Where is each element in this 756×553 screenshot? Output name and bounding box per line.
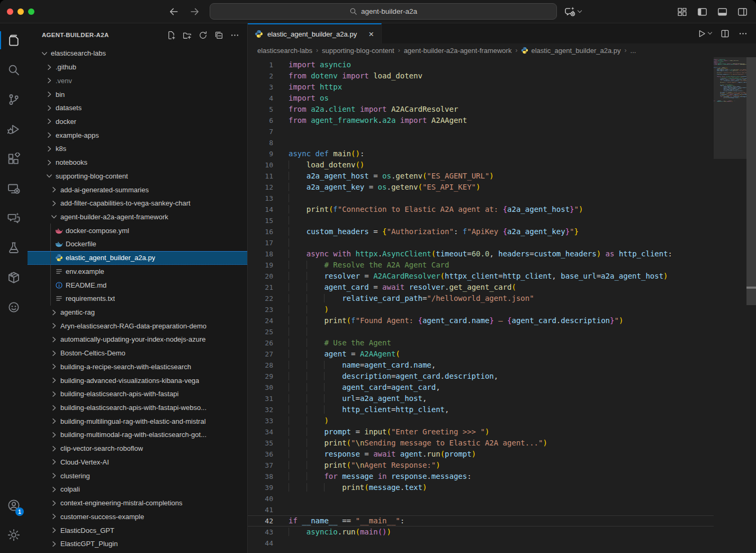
tree-folder-clustering[interactable]: clustering bbox=[28, 469, 247, 483]
code-line-23[interactable]: 23 ) bbox=[248, 304, 714, 315]
code-line-32[interactable]: 32 http_client=http_client, bbox=[248, 404, 714, 415]
activity-bar-item-remote[interactable] bbox=[0, 174, 28, 203]
scrollbar-thumb[interactable] bbox=[746, 57, 756, 305]
tree-file-requirements-txt[interactable]: requirements.txt bbox=[28, 292, 247, 306]
activity-bar-item-copilot-extra[interactable] bbox=[0, 292, 28, 322]
activity-bar-item-chat[interactable] bbox=[0, 203, 28, 233]
refresh-explorer-button[interactable] bbox=[199, 31, 208, 40]
code-line-36[interactable]: 36 response = await agent.run(prompt) bbox=[248, 449, 714, 460]
code-line-33[interactable]: 33 ) bbox=[248, 415, 714, 426]
breadcrumb-item[interactable]: elasticsearch-labs bbox=[257, 47, 312, 55]
toggle-panel-button[interactable] bbox=[717, 7, 727, 17]
activity-bar-item-explorer[interactable] bbox=[0, 25, 28, 55]
code-line-24[interactable]: 24 print(f"Found Agent: {agent_card.name… bbox=[248, 315, 714, 326]
tree-folder-building-multilingual-rag-with-elastic-and-mistral[interactable]: building-multilingual-rag-with-elastic-a… bbox=[28, 414, 247, 428]
tree-folder-customer-success-example[interactable]: customer-success-example bbox=[28, 510, 247, 523]
code-line-14[interactable]: 14 print(f"Connection to Elastic A2A age… bbox=[248, 204, 714, 215]
activity-bar-item-extensions[interactable] bbox=[0, 144, 28, 174]
tree-file-elastic-agent-builder-a2a-py[interactable]: elastic_agent_builder_a2a.py bbox=[28, 251, 247, 265]
code-line-6[interactable]: 6from agent_framework.a2a import A2AAgen… bbox=[248, 115, 714, 126]
code-line-22[interactable]: 22 relative_card_path="/helloworld_agent… bbox=[248, 293, 714, 304]
code-line-27[interactable]: 27 agent = A2AAgent( bbox=[248, 349, 714, 360]
back-button[interactable] bbox=[168, 6, 179, 17]
code-line-30[interactable]: 30 agent_card=agent_card, bbox=[248, 382, 714, 393]
tree-folder-supporting-blog-content[interactable]: supporting-blog-content bbox=[28, 169, 247, 183]
minimize-window-button[interactable] bbox=[17, 8, 24, 15]
code-line-8[interactable]: 8 bbox=[248, 137, 714, 148]
tree-folder-context-engineering-mistral-completions[interactable]: context-engineering-mistral-completions bbox=[28, 496, 247, 510]
tree-folder-add-filter-capabilities-to-vega-sankey-chart[interactable]: add-filter-capabilities-to-vega-sankey-c… bbox=[28, 197, 247, 210]
code-line-20[interactable]: 20 resolver = A2ACardResolver(httpx_clie… bbox=[248, 271, 714, 282]
toggle-primary-sidebar-button[interactable] bbox=[697, 7, 707, 17]
activity-bar-item-run-debug[interactable] bbox=[0, 114, 28, 144]
code-line-21[interactable]: 21 agent_card = await resolver.get_agent… bbox=[248, 282, 714, 293]
code-line-39[interactable]: 39 print(message.text) bbox=[248, 482, 714, 493]
tree-folder--github[interactable]: .github bbox=[28, 60, 247, 74]
code-line-26[interactable]: 26 # Use the Agent bbox=[248, 337, 714, 349]
tree-folder-aryn-elasticsearch-rag-data-preparation-demo[interactable]: Aryn-elasticsearch-RAG-data-preparation-… bbox=[28, 319, 247, 333]
tree-folder-elasticgpt-plugin[interactable]: ElasticGPT_Plugin bbox=[28, 537, 247, 551]
activity-bar-item-testing[interactable] bbox=[0, 233, 28, 263]
tree-folder-add-ai-generated-summaries[interactable]: add-ai-generated-summaries bbox=[28, 183, 247, 197]
tree-folder-clip-vector-search-roboflow[interactable]: clip-vector-search-roboflow bbox=[28, 442, 247, 456]
copilot-menu[interactable] bbox=[564, 0, 581, 23]
code-line-15[interactable]: 15 bbox=[248, 215, 714, 226]
code-line-34[interactable]: 34 prompt = input("Enter Greeting >>> ") bbox=[248, 426, 714, 438]
code-line-1[interactable]: 1import asyncio bbox=[248, 59, 714, 70]
code-line-11[interactable]: 11 a2a_agent_host = os.getenv("ES_AGENT_… bbox=[248, 171, 714, 182]
tree-folder-elasticsearch-labs[interactable]: elasticsearch-labs bbox=[28, 47, 247, 60]
code-line-19[interactable]: 19 # Resolve the A2A Agent Card bbox=[248, 260, 714, 271]
tree-folder-agent-builder-a2a-agent-framework[interactable]: agent-builder-a2a-agent-framework bbox=[28, 210, 247, 224]
tree-folder-example-apps[interactable]: example-apps bbox=[28, 128, 247, 142]
editor-scrollbar[interactable] bbox=[746, 57, 756, 553]
toggle-secondary-sidebar-button[interactable] bbox=[737, 7, 748, 17]
tree-folder-elasticdocs-gpt[interactable]: ElasticDocs_GPT bbox=[28, 523, 247, 537]
tree-file-docker-compose-yml[interactable]: docker-compose.yml bbox=[28, 224, 247, 237]
code-line-5[interactable]: 5from a2a.client import A2ACardResolver bbox=[248, 104, 714, 115]
breadcrumb-item[interactable]: agent-builder-a2a-agent-framework bbox=[404, 47, 512, 55]
tree-folder-cloud-vertex-ai[interactable]: Cloud-Vertex-AI bbox=[28, 456, 247, 469]
tree-folder-notebooks[interactable]: notebooks bbox=[28, 156, 247, 170]
collapse-folders-button[interactable] bbox=[214, 31, 223, 40]
code-line-2[interactable]: 2from dotenv import load_dotenv bbox=[248, 70, 714, 82]
tree-folder--venv[interactable]: .venv bbox=[28, 74, 247, 87]
code-line-3[interactable]: 3import httpx bbox=[248, 82, 714, 93]
tree-file-dockerfile[interactable]: Dockerfile bbox=[28, 237, 247, 251]
code-line-37[interactable]: 37 print("\nAgent Response:") bbox=[248, 460, 714, 471]
code-line-28[interactable]: 28 name=agent_card.name, bbox=[248, 360, 714, 371]
code-lines[interactable]: 1import asyncio2from dotenv import load_… bbox=[248, 57, 714, 553]
close-window-button[interactable] bbox=[7, 8, 13, 15]
breadcrumb-item[interactable]: ... bbox=[631, 47, 636, 55]
code-line-43[interactable]: 43 asyncio.run(main()) bbox=[248, 527, 714, 538]
tree-folder-building-elasticsearch-apis-with-fastapi-webso-[interactable]: building-elasticsearch-apis-with-fastapi… bbox=[28, 401, 247, 415]
tree-folder-automatically-updating-your-index-nodejs-azure[interactable]: automatically-updating-your-index-nodejs… bbox=[28, 333, 247, 346]
code-line-13[interactable]: 13 bbox=[248, 193, 714, 204]
zoom-window-button[interactable] bbox=[28, 8, 34, 15]
code-line-29[interactable]: 29 description=agent_card.description, bbox=[248, 371, 714, 382]
tree-folder-k8s[interactable]: k8s bbox=[28, 142, 247, 156]
tree-folder-datasets[interactable]: datasets bbox=[28, 101, 247, 115]
code-line-17[interactable]: 17 bbox=[248, 237, 714, 248]
close-tab-icon[interactable]: × bbox=[368, 30, 374, 39]
new-file-button[interactable] bbox=[167, 31, 176, 40]
code-line-9[interactable]: 9async def main(): bbox=[248, 148, 714, 159]
tree-folder-agentic-rag[interactable]: agentic-rag bbox=[28, 306, 247, 319]
activity-bar-item-containers[interactable] bbox=[0, 263, 28, 292]
tree-folder-bin[interactable]: bin bbox=[28, 87, 247, 101]
minimap[interactable]: import asynciofrom dotenv import load_do… bbox=[714, 57, 746, 553]
breadcrumb-item[interactable]: elastic_agent_builder_a2a.py bbox=[521, 47, 620, 55]
tree-folder-building-multimodal-rag-with-elasticsearch-got-[interactable]: building-multimodal-rag-with-elasticsear… bbox=[28, 428, 247, 442]
new-folder-button[interactable] bbox=[183, 31, 192, 40]
tree-folder-building-advanced-visualizations-kibana-vega[interactable]: building-advanced-visualizations-kibana-… bbox=[28, 373, 247, 387]
account-button[interactable]: 1 bbox=[0, 490, 28, 520]
code-line-41[interactable]: 41 bbox=[248, 504, 714, 515]
tree-folder-colpali[interactable]: colpali bbox=[28, 483, 247, 496]
forward-button[interactable] bbox=[190, 6, 200, 17]
settings-button[interactable] bbox=[0, 520, 28, 550]
code-line-12[interactable]: 12 a2a_agent_key = os.getenv("ES_API_KEY… bbox=[248, 182, 714, 193]
tree-folder-boston-celtics-demo[interactable]: Boston-Celtics-Demo bbox=[28, 346, 247, 360]
run-python-file-button[interactable] bbox=[697, 29, 712, 38]
code-line-7[interactable]: 7 bbox=[248, 126, 714, 137]
code-line-31[interactable]: 31 url=a2a_agent_host, bbox=[248, 393, 714, 404]
tree-file-readme-md[interactable]: README.md bbox=[28, 278, 247, 292]
